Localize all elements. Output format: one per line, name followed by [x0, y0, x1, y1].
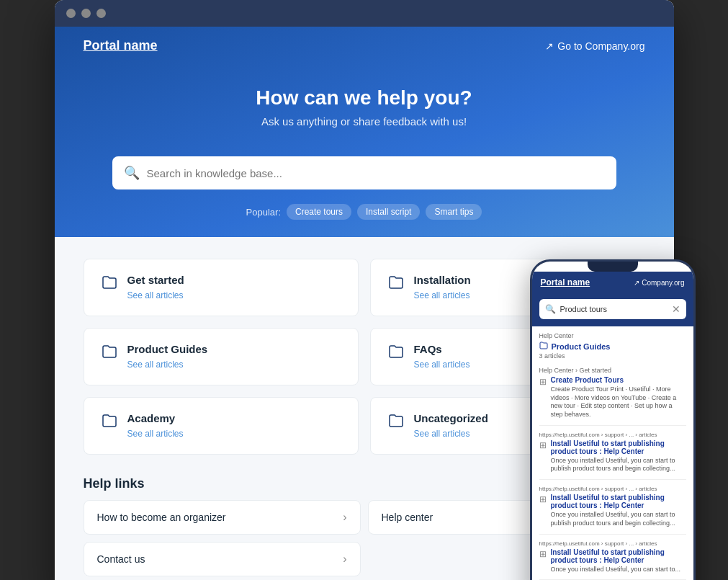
hero-subtitle: Ask us anything or share feedback with u… — [84, 115, 645, 128]
mobile-logo[interactable]: Portal name — [541, 277, 590, 287]
help-link-label-help-center: Help center — [382, 512, 433, 523]
category-info-faqs: FAQs See all articles — [414, 343, 470, 370]
category-info-academy: Academy See all articles — [127, 412, 184, 440]
mobile-result-item-1[interactable]: ⊞ Install Usetiful to start publishing p… — [539, 440, 686, 480]
mobile-search-box: 🔍 ✕ — [539, 299, 686, 319]
category-title-uncategorized: Uncategorized — [414, 412, 488, 424]
search-bar-wrapper: 🔍 — [55, 142, 674, 204]
mobile-result-link-0: Create Product Tours — [551, 376, 686, 384]
category-link-faqs[interactable]: See all articles — [414, 360, 470, 370]
folder-icon-product-guides — [102, 344, 117, 362]
help-link-label-contact: Contact us — [97, 553, 145, 565]
mobile-external-link[interactable]: ↗ Company.org — [634, 279, 684, 287]
category-link-uncategorized[interactable]: See all articles — [414, 429, 470, 439]
mobile-result-url-3: https://help.usetiful.com › support › ..… — [539, 540, 686, 547]
traffic-light-green — [96, 9, 106, 18]
category-title-installation: Installation — [414, 274, 471, 286]
help-link-label-organizer: How to become an organizer — [97, 512, 226, 523]
mobile-results: Help Center Product Guides 3 articles He… — [532, 326, 693, 580]
category-info-installation: Installation See all articles — [414, 274, 471, 301]
mobile-result-icon-1: ⊞ — [539, 440, 547, 473]
category-link-get-started[interactable]: See all articles — [127, 290, 184, 300]
mobile-result-icon-0: ⊞ — [539, 377, 547, 419]
mobile-search-icon: 🔍 — [545, 304, 556, 314]
mobile-result-item-2[interactable]: ⊞ Install Usetiful to start publishing p… — [539, 494, 686, 534]
portal-nav: Portal name ↗ Go to Company.org — [55, 27, 674, 65]
mobile-result-item-0[interactable]: ⊞ Create Product Tours Create Product To… — [539, 376, 686, 426]
category-info-uncategorized: Uncategorized See all articles — [414, 412, 488, 440]
mobile-result-icon-2: ⊞ — [539, 494, 547, 527]
mobile-search-area: 🔍 ✕ — [532, 293, 693, 326]
portal-logo[interactable]: Portal name — [84, 38, 158, 53]
category-academy[interactable]: Academy See all articles — [84, 397, 359, 455]
mobile-result-subtitle: 3 articles — [539, 352, 686, 360]
mobile-result-item-3[interactable]: ⊞ Install Usetiful to start publishing p… — [539, 548, 686, 581]
category-link-product-guides[interactable]: See all articles — [127, 360, 184, 370]
mobile-result-group-title: Product Guides — [539, 342, 686, 351]
mobile-result-url-1: https://help.usetiful.com › support › ..… — [539, 432, 686, 438]
mobile-section-label-2: Help Center › Get started — [539, 367, 686, 374]
popular-label: Popular: — [246, 207, 281, 218]
mobile-result-link-3: Install Usetiful to start publishing pro… — [551, 548, 686, 564]
search-input[interactable] — [147, 167, 605, 179]
mobile-result-text-1: Once you installed Usetiful, you can sta… — [551, 457, 686, 473]
chevron-icon-organizer: › — [343, 511, 346, 524]
folder-icon-faqs — [388, 344, 404, 362]
mobile-result-link-1: Install Usetiful to start publishing pro… — [551, 440, 686, 455]
category-link-academy[interactable]: See all articles — [127, 429, 184, 439]
portal-hero: How can we help you? Ask us anything or … — [55, 65, 674, 142]
popular-tags: Popular: Create tours Install script Sma… — [55, 204, 674, 237]
help-link-organizer[interactable]: How to become an organizer › — [84, 500, 361, 535]
mobile-search-input[interactable] — [560, 305, 668, 313]
folder-icon-get-started — [102, 275, 117, 293]
category-title-product-guides: Product Guides — [127, 343, 208, 355]
category-info-get-started: Get started See all articles — [127, 274, 184, 301]
mobile-notch — [588, 262, 638, 272]
external-link-icon: ↗ — [545, 40, 554, 52]
mobile-result-group-1: Help Center Product Guides 3 articles — [539, 332, 686, 360]
hero-title: How can we help you? — [84, 86, 645, 110]
mobile-result-text-0: Create Product Tour Print · Usetiful · M… — [551, 385, 686, 419]
mobile-result-link-2: Install Usetiful to start publishing pro… — [551, 494, 686, 509]
category-title-academy: Academy — [127, 412, 184, 424]
category-link-installation[interactable]: See all articles — [414, 290, 470, 300]
category-info-product-guides: Product Guides See all articles — [127, 343, 208, 370]
mobile-result-url-2: https://help.usetiful.com › support › ..… — [539, 486, 686, 492]
folder-icon-uncategorized — [388, 414, 404, 432]
search-bar: 🔍 — [112, 156, 616, 189]
tag-install-script[interactable]: Install script — [357, 204, 420, 220]
mobile-ext-icon: ↗ — [634, 279, 639, 287]
portal-header: Portal name ↗ Go to Company.org How can … — [55, 27, 674, 237]
mobile-result-icon-3: ⊞ — [539, 549, 547, 574]
traffic-light-red — [66, 9, 76, 18]
mobile-header: Portal name ↗ Company.org — [532, 272, 693, 293]
folder-icon-installation — [388, 275, 404, 293]
external-link[interactable]: ↗ Go to Company.org — [545, 40, 644, 52]
mobile-result-text-3: Once you installed Usetiful, you can sta… — [551, 566, 686, 574]
mobile-folder-icon — [539, 342, 548, 351]
mobile-result-text-2: Once you installed Usetiful, you can sta… — [551, 511, 686, 527]
category-get-started[interactable]: Get started See all articles — [84, 259, 359, 316]
tag-create-tours[interactable]: Create tours — [287, 204, 351, 220]
mobile-clear-button[interactable]: ✕ — [672, 303, 680, 315]
window-titlebar — [55, 0, 674, 27]
mobile-device: Portal name ↗ Company.org 🔍 ✕ Help Cente… — [530, 259, 696, 580]
tag-smart-tips[interactable]: Smart tips — [426, 204, 482, 220]
mobile-inner: Portal name ↗ Company.org 🔍 ✕ Help Cente… — [532, 262, 693, 580]
traffic-light-yellow — [81, 9, 91, 18]
category-product-guides[interactable]: Product Guides See all articles — [84, 328, 359, 385]
category-title-get-started: Get started — [127, 274, 184, 286]
mobile-section-label-1: Help Center — [539, 332, 686, 339]
search-icon: 🔍 — [124, 165, 140, 181]
chevron-icon-contact: › — [343, 553, 346, 566]
help-link-contact[interactable]: Contact us › — [84, 542, 361, 576]
category-title-faqs: FAQs — [414, 343, 470, 355]
folder-icon-academy — [102, 414, 117, 432]
